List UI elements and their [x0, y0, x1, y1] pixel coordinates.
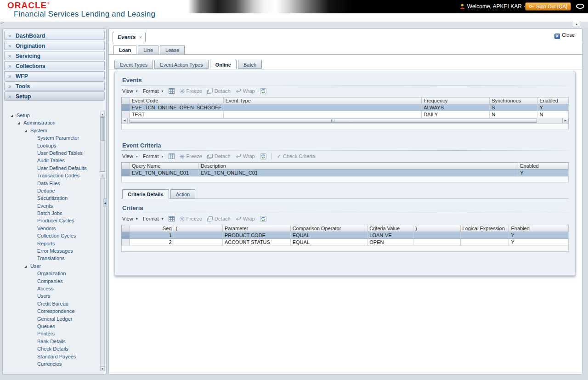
- scrollbar-handle[interactable]: ≡: [100, 171, 105, 179]
- table-row[interactable]: EVE_TCN_ONLINE_C01EVE_TCN_ONLINE_C01Y: [122, 170, 569, 176]
- tree-item-batch-jobs[interactable]: Batch Jobs: [3, 210, 100, 217]
- freeze-button[interactable]: Freeze: [180, 88, 202, 94]
- tree-item-bank-details[interactable]: Bank Details: [3, 338, 100, 345]
- tree-item-administration[interactable]: ◢Administration: [3, 119, 100, 126]
- scroll-left-arrow-icon[interactable]: ◀: [122, 118, 128, 123]
- tab-criteria-details[interactable]: Criteria Details: [122, 189, 169, 199]
- table-row[interactable]: TESTDAILYNN: [122, 111, 569, 118]
- refresh-button[interactable]: [260, 153, 266, 159]
- sign-out-button[interactable]: Sign Out [QA]: [525, 2, 571, 11]
- tree-item-producer-cycles[interactable]: Producer Cycles: [3, 217, 100, 224]
- sidebar-item-dashboard[interactable]: »DashBoard: [4, 31, 105, 40]
- tree-item-organization[interactable]: Organization: [3, 270, 100, 277]
- expanded-node-icon[interactable]: ◢: [24, 263, 30, 270]
- format-menu-button[interactable]: Format▾: [143, 153, 164, 159]
- export-button[interactable]: [169, 216, 175, 221]
- row-selector[interactable]: [122, 232, 130, 239]
- tab-event-types[interactable]: Event Types: [114, 60, 153, 69]
- tab-loan[interactable]: Loan: [113, 45, 136, 54]
- sidebar-item-collections[interactable]: »Collections: [4, 61, 105, 70]
- detach-button[interactable]: Detach: [207, 153, 231, 159]
- tree-item-standard-payees[interactable]: Standard Payees: [3, 353, 100, 360]
- detach-button[interactable]: Detach: [207, 88, 231, 94]
- tree-item-check-details[interactable]: Check Details: [3, 345, 100, 352]
- expanded-node-icon[interactable]: ◢: [24, 127, 30, 134]
- tree-item-collection-cycles[interactable]: Collection Cycles: [3, 232, 100, 239]
- sidebar-item-setup[interactable]: »Setup: [4, 91, 105, 101]
- export-button[interactable]: [169, 153, 175, 159]
- oracle-oval-icon[interactable]: [576, 4, 584, 9]
- tree-item-currencies[interactable]: Currencies: [3, 360, 100, 368]
- tab-event-action-types[interactable]: Event Action Types: [154, 60, 208, 69]
- expanded-node-icon[interactable]: ◢: [11, 112, 17, 119]
- tree-item-printers[interactable]: Printers: [3, 330, 100, 337]
- tree-item-lookups[interactable]: Lookups: [3, 142, 100, 149]
- export-button[interactable]: [169, 88, 175, 94]
- tree-scrollbar-thumb[interactable]: [101, 117, 104, 141]
- tree-item-vendors[interactable]: Vendors: [3, 225, 100, 232]
- tree-item-queues[interactable]: Queues: [3, 323, 100, 330]
- refresh-button[interactable]: [260, 88, 266, 94]
- table-row[interactable]: 2ACCOUNT STATUSEQUALOPENY: [122, 239, 569, 246]
- freeze-button[interactable]: Freeze: [180, 216, 202, 221]
- tab-events[interactable]: Events ×: [113, 32, 146, 42]
- format-menu-button[interactable]: Format▾: [143, 216, 164, 221]
- check-criteria-button[interactable]: ✓Check Criteria: [277, 153, 315, 159]
- sidebar-item-origination[interactable]: »Origination: [4, 41, 105, 50]
- close-button[interactable]: ×Close: [554, 32, 575, 39]
- tree-item-system-parameter[interactable]: System Parameter: [3, 134, 100, 142]
- tree-item-transaction-codes[interactable]: Transaction Codes: [3, 172, 100, 179]
- tree-item-dedupe[interactable]: Dedupe: [3, 187, 100, 194]
- sidebar-item-wfp[interactable]: »WFP: [4, 71, 105, 80]
- sidebar-item-servicing[interactable]: »Servicing: [4, 51, 105, 60]
- hscrollbar-thumb[interactable]: [129, 119, 537, 123]
- tree-item-audit-tables[interactable]: Audit Tables: [3, 157, 100, 164]
- tab-line[interactable]: Line: [138, 45, 158, 54]
- wrap-button[interactable]: Wrap: [236, 153, 255, 159]
- tree-item-events[interactable]: Events: [3, 202, 100, 210]
- tab-online[interactable]: Online: [210, 60, 237, 69]
- tab-batch[interactable]: Batch: [238, 60, 262, 69]
- row-selector[interactable]: [122, 111, 130, 118]
- user-menu[interactable]: Welcome, APKELKAR ▾: [460, 3, 526, 10]
- refresh-button[interactable]: [260, 216, 266, 222]
- tree-item-companies[interactable]: Companies: [3, 278, 100, 285]
- tree-item-credit-bureau[interactable]: Credit Bureau: [3, 300, 100, 307]
- tree-item-access[interactable]: Access: [3, 285, 100, 292]
- view-menu-button[interactable]: View▾: [122, 153, 138, 159]
- tree-item-system[interactable]: ◢System: [3, 127, 100, 134]
- row-selector[interactable]: [122, 104, 130, 111]
- sidebar-collapse-button[interactable]: ◀: [103, 199, 107, 207]
- freeze-button[interactable]: Freeze: [180, 153, 202, 159]
- tree-item-translations[interactable]: Translations: [3, 255, 100, 262]
- tree-item-user[interactable]: ◢User: [3, 262, 100, 270]
- tree-item-securitization[interactable]: Securitization: [3, 194, 100, 202]
- events-hscrollbar[interactable]: ◀ ▶: [121, 118, 569, 124]
- tab-action[interactable]: Action: [170, 189, 196, 199]
- tree-item-user-defined-tables[interactable]: User Defined Tables: [3, 149, 100, 157]
- view-menu-button[interactable]: View▾: [122, 216, 138, 221]
- scroll-down-arrow-icon[interactable]: ▼: [101, 366, 104, 371]
- wrap-button[interactable]: Wrap: [236, 216, 255, 221]
- wrap-button[interactable]: Wrap: [236, 88, 255, 94]
- row-selector[interactable]: [122, 170, 130, 176]
- sidebar-item-tools[interactable]: »Tools: [4, 81, 105, 91]
- table-row[interactable]: 1PRODUCT CODEEQUALLOAN-VEY: [122, 232, 569, 239]
- tree-item-reports[interactable]: Reports: [3, 240, 100, 247]
- tab-lease[interactable]: Lease: [160, 45, 185, 54]
- row-selector[interactable]: [122, 239, 130, 246]
- tree-item-general-ledger[interactable]: General Ledger: [3, 315, 100, 323]
- page-scroll-up-button[interactable]: ▲: [573, 21, 580, 27]
- view-menu-button[interactable]: View▾: [122, 88, 138, 94]
- tree-item-user-defined-defaults[interactable]: User Defined Defaults: [3, 164, 100, 172]
- format-menu-button[interactable]: Format▾: [143, 88, 164, 94]
- table-row[interactable]: EVE_TCN_ONLINE_OPEN_SCHGOFFALWAYSSY: [122, 104, 569, 111]
- scroll-right-arrow-icon[interactable]: ▶: [562, 118, 568, 123]
- expanded-node-icon[interactable]: ◢: [17, 119, 23, 126]
- tree-item-data-files[interactable]: Data Files: [3, 180, 100, 187]
- scroll-up-arrow-icon[interactable]: ▲: [101, 112, 104, 117]
- tab-close-icon[interactable]: ×: [139, 35, 142, 40]
- tree-scrollbar[interactable]: ▲ ▼: [100, 112, 105, 371]
- tree-item-users[interactable]: Users: [3, 292, 100, 300]
- tree-item-correspondence[interactable]: Correspondence: [3, 307, 100, 315]
